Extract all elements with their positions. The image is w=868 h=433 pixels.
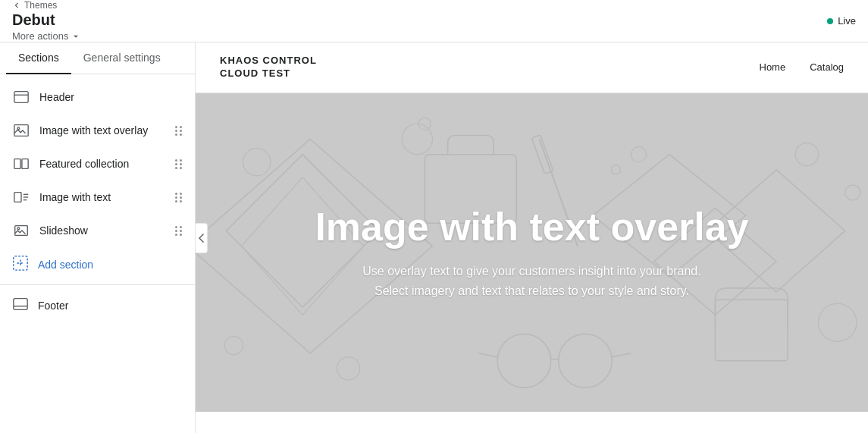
sidebar-divider bbox=[0, 284, 195, 285]
hero-title: Image with text overlay bbox=[315, 204, 748, 249]
footer-icon bbox=[12, 296, 29, 315]
section-label-header: Header bbox=[39, 91, 183, 103]
section-item-image-with-text-overlay[interactable]: Image with text overlay bbox=[0, 114, 195, 147]
svg-point-35 bbox=[795, 143, 818, 165]
more-actions-button[interactable]: More actions bbox=[12, 30, 164, 42]
svg-point-29 bbox=[497, 334, 551, 388]
add-section-button[interactable]: Add section bbox=[0, 247, 195, 281]
section-label-image-with-text-overlay: Image with text overlay bbox=[39, 124, 166, 136]
svg-point-37 bbox=[845, 185, 860, 200]
image-text-icon bbox=[12, 188, 30, 206]
chevron-left-icon bbox=[12, 1, 21, 10]
themes-link[interactable]: Themes bbox=[12, 0, 164, 11]
section-label-featured-collection: Featured collection bbox=[39, 158, 166, 170]
hero-subtitle: Use overlay text to give your customers … bbox=[315, 262, 748, 300]
more-actions-label: More actions bbox=[12, 30, 68, 42]
themes-link-label: Themes bbox=[24, 0, 57, 11]
live-dot bbox=[827, 18, 833, 24]
tab-sections[interactable]: Sections bbox=[6, 42, 71, 74]
store-nav: KHAOS CONTROL CLOUD TEST Home Catalog bbox=[196, 42, 868, 93]
preview-area: KHAOS CONTROL CLOUD TEST Home Catalog bbox=[196, 42, 868, 433]
svg-rect-15 bbox=[14, 299, 27, 310]
add-section-icon bbox=[12, 255, 29, 274]
top-bar: Themes Debut More actions Live bbox=[0, 0, 868, 42]
add-section-label: Add section bbox=[38, 259, 93, 271]
hero-content: Image with text overlay Use overlay text… bbox=[284, 204, 779, 300]
section-label-slideshow: Slideshow bbox=[39, 224, 166, 237]
drag-handle-image-with-text[interactable] bbox=[175, 193, 183, 202]
svg-point-23 bbox=[402, 124, 432, 154]
drag-handle-image-overlay[interactable] bbox=[175, 126, 183, 136]
svg-point-3 bbox=[17, 127, 20, 130]
chevron-left-small-icon bbox=[199, 234, 205, 243]
section-item-image-with-text[interactable]: Image with text bbox=[0, 180, 195, 214]
svg-point-36 bbox=[818, 303, 856, 341]
svg-point-21 bbox=[224, 336, 243, 354]
live-badge: Live bbox=[827, 15, 856, 27]
svg-rect-5 bbox=[22, 159, 28, 169]
top-bar-left: Themes Debut More actions bbox=[12, 0, 164, 42]
svg-point-40 bbox=[337, 357, 359, 380]
nav-link-catalog[interactable]: Catalog bbox=[810, 61, 844, 73]
sidebar-tabs: Sections General settings bbox=[0, 42, 195, 74]
slideshow-icon bbox=[12, 221, 30, 240]
main-layout: Sections General settings Header bbox=[0, 42, 868, 433]
header-icon bbox=[12, 88, 30, 106]
svg-point-39 bbox=[631, 146, 647, 162]
hero-section: Image with text overlay Use overlay text… bbox=[196, 93, 868, 412]
svg-line-32 bbox=[612, 353, 631, 356]
svg-point-30 bbox=[559, 334, 613, 388]
svg-point-38 bbox=[611, 165, 620, 174]
theme-name: Debut bbox=[12, 11, 164, 29]
svg-rect-0 bbox=[14, 92, 28, 103]
section-label-footer: Footer bbox=[38, 300, 68, 312]
section-item-header[interactable]: Header bbox=[0, 80, 195, 114]
svg-point-20 bbox=[243, 148, 271, 175]
tab-general-settings[interactable]: General settings bbox=[71, 42, 173, 74]
svg-rect-4 bbox=[14, 159, 20, 169]
section-label-image-with-text: Image with text bbox=[39, 191, 166, 203]
collapse-handle[interactable] bbox=[196, 223, 208, 253]
section-list: Header Image with text overlay bbox=[0, 74, 195, 433]
image-overlay-icon bbox=[12, 121, 30, 140]
live-label: Live bbox=[838, 15, 856, 27]
svg-line-31 bbox=[478, 353, 497, 356]
svg-point-11 bbox=[17, 227, 20, 230]
drag-handle-slideshow[interactable] bbox=[175, 226, 183, 236]
nav-link-home[interactable]: Home bbox=[760, 61, 786, 73]
store-logo: KHAOS CONTROL CLOUD TEST bbox=[220, 55, 317, 80]
svg-rect-41 bbox=[715, 300, 788, 361]
drag-handle-featured-collection[interactable] bbox=[175, 159, 183, 169]
sidebar: Sections General settings Header bbox=[0, 42, 196, 433]
featured-collection-icon bbox=[12, 155, 30, 173]
svg-rect-6 bbox=[14, 193, 21, 202]
section-item-footer[interactable]: Footer bbox=[0, 288, 195, 322]
store-preview: KHAOS CONTROL CLOUD TEST Home Catalog bbox=[196, 42, 868, 433]
section-item-slideshow[interactable]: Slideshow bbox=[0, 214, 195, 247]
store-nav-links: Home Catalog bbox=[760, 61, 844, 73]
chevron-down-icon bbox=[71, 32, 80, 41]
section-item-featured-collection[interactable]: Featured collection bbox=[0, 147, 195, 180]
